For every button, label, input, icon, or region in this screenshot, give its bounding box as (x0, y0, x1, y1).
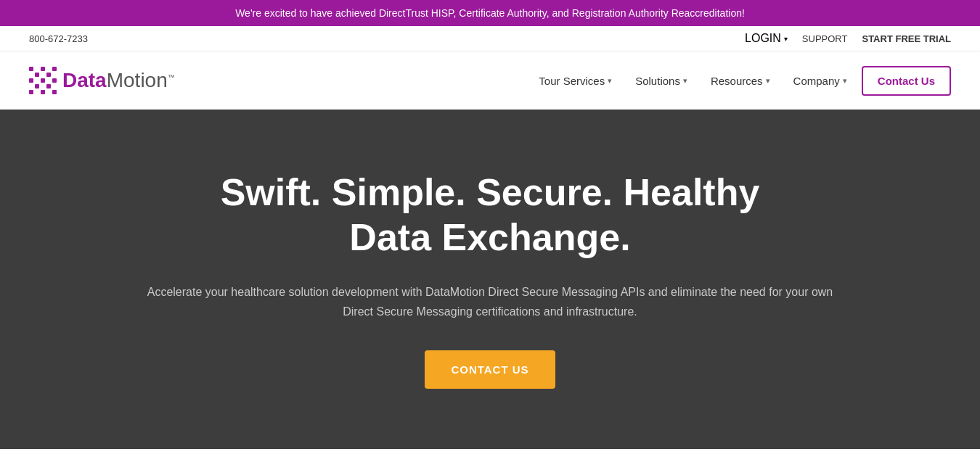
logo-dot (52, 90, 57, 94)
logo-dot (35, 78, 39, 83)
hero-title: Swift. Simple. Secure. Healthy Data Exch… (200, 170, 780, 260)
support-link[interactable]: SUPPORT (802, 33, 848, 44)
nav-links: Tour Services ▾ Solutions ▾ Resources ▾ … (530, 66, 951, 96)
nav-resources[interactable]: Resources ▾ (702, 69, 779, 93)
resources-chevron-icon: ▾ (766, 76, 770, 86)
logo-dot (52, 78, 57, 83)
announcement-text: We're excited to have achieved DirectTru… (235, 7, 745, 19)
solutions-label: Solutions (635, 75, 680, 87)
tour-services-chevron-icon: ▾ (608, 76, 612, 86)
logo-dot (29, 67, 33, 71)
utility-nav-right: LOGIN ▾ SUPPORT START FREE TRIAL (745, 32, 951, 45)
login-chevron-icon: ▾ (784, 35, 788, 43)
hero-subtitle: Accelerate your healthcare solution deve… (145, 282, 835, 321)
company-label: Company (793, 75, 840, 87)
logo-dot (52, 73, 57, 77)
tour-services-label: Tour Services (539, 75, 605, 87)
phone-number: 800-672-7233 (29, 33, 88, 44)
nav-contact-us-button[interactable]: Contact Us (862, 66, 951, 96)
logo-dot (35, 67, 39, 71)
logo-dot (52, 84, 57, 88)
logo-dot (41, 84, 45, 88)
logo-dot (29, 90, 33, 94)
logo-dot (35, 90, 39, 94)
logo[interactable]: DataMotion™ (29, 67, 175, 94)
hero-cta-button[interactable]: CONTACT US (425, 350, 555, 389)
main-nav: DataMotion™ Tour Services ▾ Solutions ▾ … (0, 51, 980, 110)
login-dropdown[interactable]: LOGIN ▾ (745, 32, 788, 45)
logo-dot (52, 67, 57, 71)
logo-dot (46, 84, 51, 88)
resources-label: Resources (711, 75, 763, 87)
logo-motion-text: Motion (107, 69, 168, 91)
logo-dot (46, 78, 51, 83)
logo-text: DataMotion™ (62, 69, 175, 92)
utility-nav: 800-672-7233 LOGIN ▾ SUPPORT START FREE … (0, 26, 980, 51)
logo-dot (46, 73, 51, 77)
logo-dot (41, 78, 45, 83)
logo-dot (46, 67, 51, 71)
logo-data-text: Data (62, 69, 107, 91)
logo-dot (41, 73, 45, 77)
announcement-banner: We're excited to have achieved DirectTru… (0, 0, 980, 26)
logo-dot (35, 84, 39, 88)
logo-dot (29, 78, 33, 83)
logo-dot (41, 67, 45, 71)
company-chevron-icon: ▾ (843, 76, 847, 86)
hero-section: Swift. Simple. Secure. Healthy Data Exch… (0, 110, 980, 449)
start-free-trial-link[interactable]: START FREE TRIAL (862, 33, 951, 44)
logo-dot (35, 73, 39, 77)
logo-trademark: ™ (168, 73, 175, 81)
nav-tour-services[interactable]: Tour Services ▾ (530, 69, 621, 93)
logo-dot (29, 73, 33, 77)
logo-dot (29, 84, 33, 88)
logo-dot (46, 90, 51, 94)
login-label: LOGIN (745, 32, 781, 45)
logo-dot (41, 90, 45, 94)
logo-grid-icon (29, 67, 57, 94)
nav-company[interactable]: Company ▾ (785, 69, 856, 93)
solutions-chevron-icon: ▾ (683, 76, 687, 86)
nav-solutions[interactable]: Solutions ▾ (626, 69, 696, 93)
